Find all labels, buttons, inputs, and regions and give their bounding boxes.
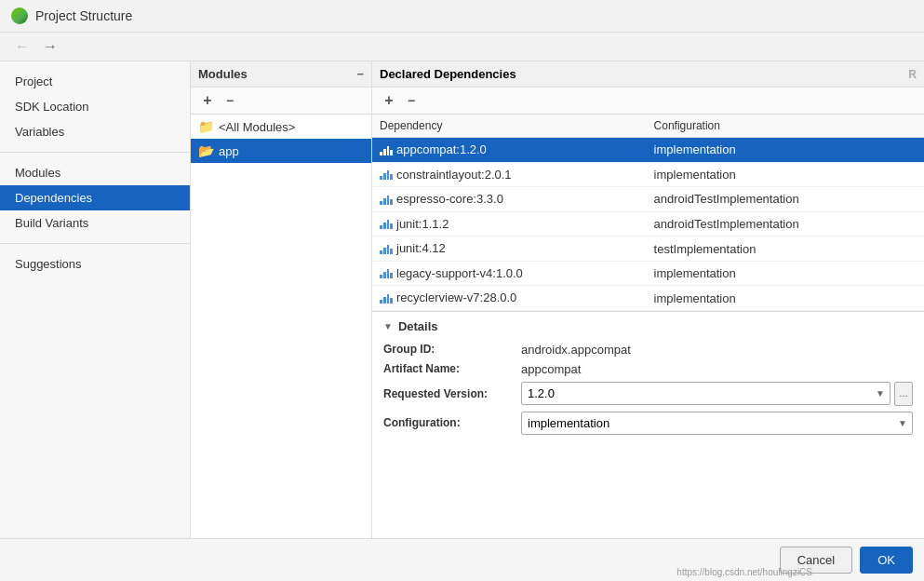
- detail-label-1: Artifact Name:: [383, 362, 514, 375]
- modules-collapse-icon[interactable]: −: [356, 67, 364, 81]
- sidebar-divider-1: [0, 152, 190, 153]
- detail-label-3: Configuration:: [383, 416, 514, 429]
- sidebar-item-suggestions[interactable]: Suggestions: [0, 251, 190, 277]
- sidebar-item-modules[interactable]: Modules: [0, 160, 190, 185]
- dependencies-panel-header: Declared Dependencies R: [372, 61, 924, 88]
- back-button[interactable]: ←: [11, 36, 33, 57]
- dep-table-row[interactable]: legacy-support-v4:1.0.0implementation: [372, 261, 924, 286]
- col-header-configuration: Configuration: [647, 115, 924, 138]
- details-header[interactable]: ▼ Details: [383, 319, 913, 333]
- dep-panel-action: R: [908, 68, 917, 81]
- dep-icon: [380, 292, 393, 305]
- detail-value-2[interactable]: 1.2.01.1.01.0.0▼…: [521, 382, 913, 406]
- dep-cell-dependency: constraintlayout:2.0.1: [372, 162, 647, 187]
- dep-cell-configuration: implementation: [647, 261, 924, 286]
- details-grid: Group ID:androidx.appcompatArtifact Name…: [383, 343, 913, 435]
- dep-table-container: Dependency Configuration appcompat:1.2.0…: [372, 115, 924, 311]
- detail-select-2[interactable]: 1.2.01.1.01.0.0: [521, 382, 891, 405]
- sidebar-divider-2: [0, 243, 190, 244]
- dependencies-toolbar: + −: [372, 88, 924, 115]
- dep-table-row[interactable]: constraintlayout:2.0.1implementation: [372, 162, 924, 187]
- dep-table: Dependency Configuration appcompat:1.2.0…: [372, 115, 924, 311]
- modules-remove-button[interactable]: −: [221, 91, 239, 110]
- version-sidebar-button[interactable]: …: [894, 382, 913, 406]
- dep-cell-dependency: legacy-support-v4:1.0.0: [372, 261, 647, 286]
- sidebar-item-build-variants[interactable]: Build Variants: [0, 210, 190, 236]
- modules-add-button[interactable]: +: [198, 91, 217, 110]
- dep-icon: [380, 144, 393, 157]
- sidebar-item-dependencies[interactable]: Dependencies: [0, 185, 190, 210]
- forward-button[interactable]: →: [39, 36, 61, 57]
- detail-label-0: Group ID:: [383, 343, 514, 356]
- detail-value-1: appcompat: [521, 362, 913, 376]
- dep-cell-configuration: implementation: [647, 162, 924, 187]
- title-bar-text: Project Structure: [35, 8, 132, 23]
- module-item-all-modules[interactable]: 📁 <All Modules>: [191, 115, 371, 139]
- dep-cell-configuration: implementation: [647, 138, 924, 163]
- module-label-app: app: [219, 144, 239, 158]
- dep-icon: [380, 243, 393, 256]
- dep-icon: [380, 169, 393, 182]
- sidebar-item-sdk-location[interactable]: SDK Location: [0, 94, 190, 119]
- col-header-dependency: Dependency: [372, 115, 647, 138]
- modules-toolbar: + −: [191, 88, 371, 115]
- dep-table-row[interactable]: espresso-core:3.3.0androidTestImplementa…: [372, 187, 924, 212]
- dep-icon: [380, 218, 393, 231]
- dep-cell-configuration: androidTestImplementation: [647, 211, 924, 236]
- details-header-text: Details: [398, 319, 438, 333]
- detail-label-2: Requested Version:: [383, 387, 514, 400]
- watermark: https://blog.csdn.net/houlingziCS: [676, 567, 812, 577]
- dep-cell-dependency: recyclerview-v7:28.0.0: [372, 286, 647, 311]
- dep-table-row[interactable]: junit:4.12testImplementation: [372, 236, 924, 262]
- dep-add-button[interactable]: +: [380, 91, 398, 110]
- dep-cell-configuration: testImplementation: [647, 236, 924, 262]
- dep-icon: [380, 267, 393, 280]
- main-layout: Project SDK Location Variables Modules D…: [0, 61, 924, 577]
- dependencies-panel: Declared Dependencies R + − Dependency C…: [372, 61, 924, 577]
- modules-panel-title: Modules: [198, 67, 248, 81]
- dep-remove-button[interactable]: −: [402, 91, 421, 110]
- bottom-bar: https://blog.csdn.net/houlingziCS Cancel…: [0, 538, 924, 581]
- detail-value-0: androidx.appcompat: [521, 343, 913, 357]
- details-chevron: ▼: [383, 321, 393, 331]
- dep-cell-configuration: androidTestImplementation: [647, 187, 924, 212]
- title-bar: Project Structure: [0, 0, 924, 33]
- android-icon: [11, 7, 28, 24]
- dependencies-panel-title: Declared Dependencies: [380, 67, 516, 81]
- dep-table-row[interactable]: appcompat:1.2.0implementation: [372, 138, 924, 163]
- module-item-app[interactable]: 📂 app: [191, 139, 371, 163]
- nav-bar: ← →: [0, 33, 924, 61]
- dep-icon: [380, 194, 393, 207]
- modules-panel: Modules − + − 📁 <All Modules> 📂 app: [191, 61, 372, 577]
- ok-button[interactable]: OK: [860, 547, 913, 574]
- app-folder-icon: 📂: [198, 143, 213, 158]
- dep-cell-dependency: espresso-core:3.3.0: [372, 187, 647, 212]
- dep-cell-dependency: junit:1.1.2: [372, 211, 647, 236]
- dep-cell-configuration: implementation: [647, 286, 924, 311]
- folder-icon: 📁: [198, 119, 213, 134]
- sidebar: Project SDK Location Variables Modules D…: [0, 61, 191, 577]
- dep-table-row[interactable]: junit:1.1.2androidTestImplementation: [372, 211, 924, 236]
- module-label-all-modules: <All Modules>: [219, 120, 295, 134]
- sidebar-item-project[interactable]: Project: [0, 69, 190, 94]
- dep-table-row[interactable]: recyclerview-v7:28.0.0implementation: [372, 286, 924, 311]
- detail-select-3[interactable]: implementationapicompileOnlyruntimeOnlyt…: [521, 412, 913, 435]
- dep-cell-dependency: appcompat:1.2.0: [372, 138, 647, 163]
- detail-value-3[interactable]: implementationapicompileOnlyruntimeOnlyt…: [521, 412, 913, 435]
- dep-cell-dependency: junit:4.12: [372, 236, 647, 262]
- sidebar-item-variables[interactable]: Variables: [0, 119, 190, 144]
- modules-panel-header: Modules −: [191, 61, 371, 88]
